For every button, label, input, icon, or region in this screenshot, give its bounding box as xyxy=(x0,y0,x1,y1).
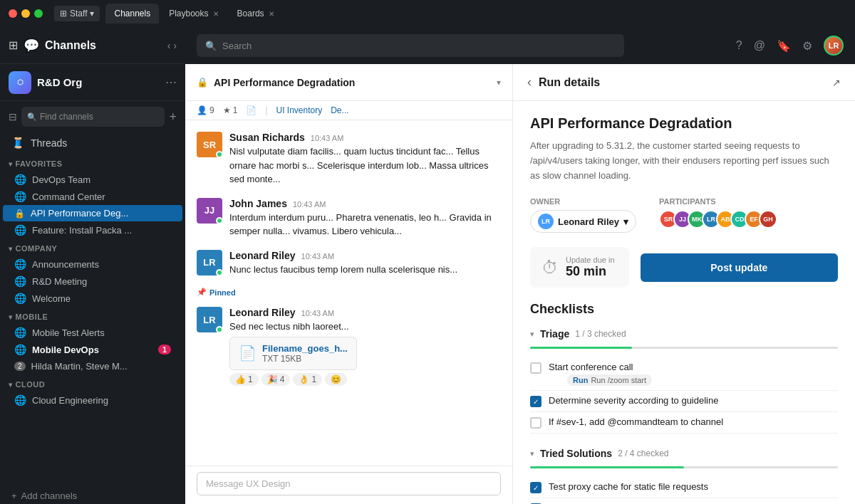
meta-de-label: De... xyxy=(331,105,348,115)
triage-name: Triage xyxy=(540,328,569,340)
pinned-label: Pinned xyxy=(209,288,236,297)
tried-solutions-name: Tried Solutions xyxy=(540,448,612,459)
triage-chevron-icon[interactable]: ▾ xyxy=(530,330,534,339)
message-4: 📌 Pinned LR Leonard Riley 10 xyxy=(185,282,512,392)
online-indicator xyxy=(216,151,223,158)
mention-icon[interactable]: @ xyxy=(754,39,765,52)
file-attachment[interactable]: 📄 Filename_goes_h... TXT 15KB xyxy=(229,337,357,370)
sidebar-item-threads[interactable]: 🧵 Threads xyxy=(0,132,185,154)
message-input[interactable]: Message UX Design xyxy=(197,472,501,495)
sidebar-item-devops-team[interactable]: 🌐 DevOps Team xyxy=(3,171,182,188)
channel-label-devops-team: DevOps Team xyxy=(32,174,171,185)
checklists-section: Checklists ▾ Triage 1 / 3 checked xyxy=(530,302,838,504)
bookmark-icon[interactable]: 🔖 xyxy=(777,39,791,53)
reaction-smile[interactable]: 😊 xyxy=(325,373,347,386)
reaction-thumbsup[interactable]: 👍 1 xyxy=(229,373,259,386)
add-channel-icon[interactable]: + xyxy=(169,110,177,125)
channel-title-chevron-icon[interactable]: ▾ xyxy=(497,78,501,88)
run-description: After upgrading to 5.31.2, the customer … xyxy=(530,139,838,183)
find-channels-placeholder: Find channels xyxy=(40,112,93,122)
run-incident-title: API Performance Degradation xyxy=(530,115,838,132)
sidebar-item-mobile-devops[interactable]: 🌐 Mobile DevOps 1 xyxy=(3,341,182,358)
sidebar-item-mobile-test-alerts[interactable]: 🌐 Mobile Test Alerts xyxy=(3,324,182,341)
help-icon[interactable]: ? xyxy=(736,39,742,52)
tab-playbooks[interactable]: Playbooks ✕ xyxy=(160,4,227,23)
workspace-bar[interactable]: ⬡ R&D Org ⋯ xyxy=(0,64,185,101)
sidebar-channels-title: Channels xyxy=(45,39,162,52)
nav-back-icon[interactable]: ‹ xyxy=(167,40,171,51)
globe-icon: 🌐 xyxy=(14,275,26,287)
owner-pill[interactable]: LR Leonard Riley ▾ xyxy=(530,210,636,233)
sidebar-item-api-perf-deg[interactable]: 🔒 API Performance Deg... xyxy=(3,205,182,221)
sidebar-item-welcome[interactable]: 🌐 Welcome xyxy=(3,290,182,307)
section-favorites: ▾ FAVORITES 🌐 DevOps Team 🌐 Command Cent… xyxy=(0,154,185,238)
staff-icon: ⊞ xyxy=(60,9,67,19)
globe-icon: 🌐 xyxy=(14,344,26,355)
user-avatar[interactable]: LR xyxy=(824,36,844,56)
tab-playbooks-close-icon[interactable]: ✕ xyxy=(213,10,219,18)
sidebar-item-cloud-engineering[interactable]: 🌐 Cloud Engineering xyxy=(3,392,182,409)
message-2-header: John James 10:43 AM xyxy=(229,198,501,209)
add-channel-label: Add channels xyxy=(21,490,78,501)
filter-icon[interactable]: ⊟ xyxy=(9,111,17,122)
channel-lock-icon: 🔒 xyxy=(197,77,208,88)
reaction-ok[interactable]: 👌 1 xyxy=(293,373,322,386)
ok-count: 1 xyxy=(311,374,316,384)
channel-label-announcements: Announcements xyxy=(32,259,171,270)
tried-solutions-progress-text: 2 / 4 checked xyxy=(618,448,668,458)
staff-dropdown[interactable]: ⊞ Staff ▾ xyxy=(54,6,100,21)
minimize-traffic-light[interactable] xyxy=(21,9,30,18)
checkmark-icon: ✓ xyxy=(533,484,539,492)
timer-value: 50 min xyxy=(566,264,615,279)
zoom-command-pill[interactable]: Run Run /zoom start xyxy=(567,374,652,386)
meta-de[interactable]: De... xyxy=(331,105,348,115)
tab-boards[interactable]: Boards ✕ xyxy=(229,4,283,23)
tab-channels[interactable]: Channels xyxy=(105,4,159,23)
channel-area: 🔒 API Performance Degradation ▾ 👤 9 ★ 1 … xyxy=(185,64,855,504)
maximize-traffic-light[interactable] xyxy=(34,9,43,18)
file-type: TXT xyxy=(262,354,278,364)
search-bar[interactable]: 🔍 Search xyxy=(197,34,624,57)
sidebar-dm-item[interactable]: 2 Hilda Martin, Steve M... xyxy=(3,358,182,374)
section-company-header[interactable]: ▾ COMPANY xyxy=(0,238,185,256)
add-channel-button[interactable]: + Add channels xyxy=(0,488,185,504)
section-favorites-header[interactable]: ▾ FAVORITES xyxy=(0,154,185,171)
checkmark-icon: ✓ xyxy=(533,398,539,406)
external-link-icon[interactable]: ↗ xyxy=(832,77,841,88)
checkbox-start-call[interactable] xyxy=(530,362,542,374)
sidebar-item-command-center[interactable]: 🌐 Command Center xyxy=(3,188,182,205)
close-traffic-light[interactable] xyxy=(9,9,17,18)
file-doc-icon: 📄 xyxy=(239,345,256,362)
reaction-tada[interactable]: 🎉 4 xyxy=(261,373,291,386)
online-indicator xyxy=(216,217,223,224)
tab-boards-close-icon[interactable]: ✕ xyxy=(269,10,274,18)
back-arrow-icon[interactable]: ‹ xyxy=(527,75,532,90)
file-type-size: TXT 15KB xyxy=(262,354,348,364)
message-3-text: Nunc lectus faucibus temp lorem nulla sc… xyxy=(229,263,501,277)
ui-inventory-label: UI Inventory xyxy=(276,105,323,115)
checkbox-severity[interactable]: ✓ xyxy=(530,396,542,407)
checkbox-proxy-cache[interactable]: ✓ xyxy=(530,482,542,493)
app-grid-icon[interactable]: ⊞ xyxy=(9,38,18,52)
message-1-text: Nisl vulputate diam facilis... quam luct… xyxy=(229,145,501,187)
post-update-button[interactable]: Post update xyxy=(641,253,838,282)
sidebar-item-feature-install[interactable]: 🌐 Feature: Install Packa ... xyxy=(3,221,182,238)
nav-forward-icon[interactable]: › xyxy=(173,40,177,51)
titlebar: ⊞ Staff ▾ Channels Playbooks ✕ Boards ✕ xyxy=(0,0,855,27)
cloud-label: CLOUD xyxy=(16,380,46,389)
tried-solutions-chevron-icon[interactable]: ▾ xyxy=(530,449,534,458)
sidebar-item-rd-meeting[interactable]: 🌐 R&D Meeting xyxy=(3,273,182,290)
checkbox-sev1-channel[interactable] xyxy=(530,417,542,429)
sidebar-item-announcements[interactable]: 🌐 Announcements xyxy=(3,256,182,273)
sidebar: ⊞ 💬 Channels ‹ › ⬡ R&D Org ⋯ ⊟ 🔍 Find ch… xyxy=(0,27,185,504)
member-icon: 👤 xyxy=(197,105,207,115)
settings-icon[interactable]: ⚙ xyxy=(802,39,812,53)
section-mobile-header[interactable]: ▾ MOBILE xyxy=(0,307,185,324)
ui-inventory-link[interactable]: UI Inventory xyxy=(276,105,323,115)
message-3-time: 10:43 AM xyxy=(301,252,334,261)
workspace-more-icon[interactable]: ⋯ xyxy=(165,75,177,89)
dm-num-badge: 2 xyxy=(14,362,26,371)
thumbsup-count: 1 xyxy=(248,374,253,384)
section-cloud-header[interactable]: ▾ CLOUD xyxy=(0,374,185,392)
find-channels-input[interactable]: 🔍 Find channels xyxy=(21,107,165,127)
